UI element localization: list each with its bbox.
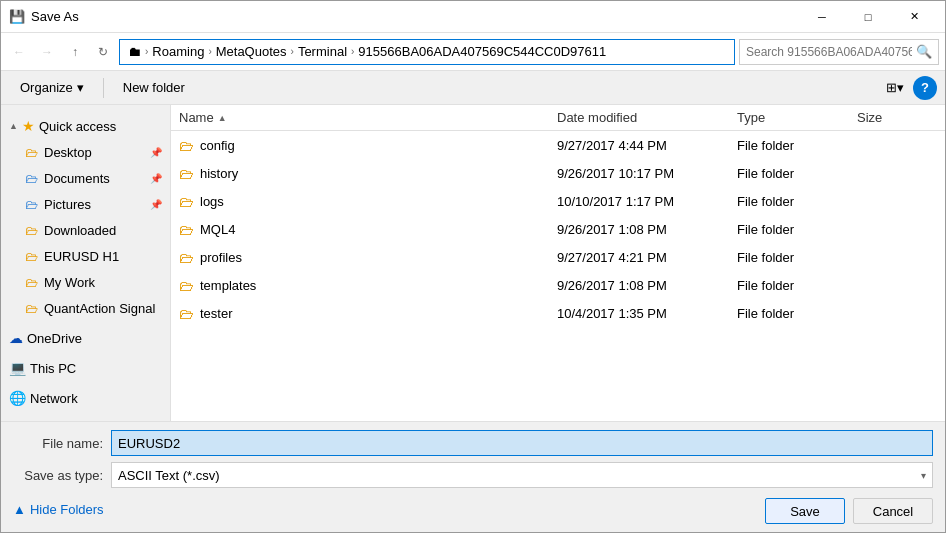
table-row[interactable]: 🗁 tester 10/4/2017 1:35 PM File folder <box>171 299 945 327</box>
address-bar: ← → ↑ ↻ 🖿 › Roaming › MetaQuotes › Termi… <box>1 33 945 71</box>
hide-folders-label: Hide Folders <box>30 502 104 517</box>
col-size-header[interactable]: Size <box>857 110 937 125</box>
table-row[interactable]: 🗁 templates 9/26/2017 1:08 PM File folde… <box>171 271 945 299</box>
sidebar-item-desktop[interactable]: 🗁 Desktop 📌 <box>17 139 170 165</box>
address-path[interactable]: 🖿 › Roaming › MetaQuotes › Terminal › 91… <box>119 39 735 65</box>
file-type: File folder <box>737 306 857 321</box>
saveastype-select[interactable]: ASCII Text (*.csv) ▾ <box>111 462 933 488</box>
hide-folders-button[interactable]: ▲ Hide Folders <box>13 500 104 519</box>
col-name-sort: ▲ <box>218 113 227 123</box>
cancel-button[interactable]: Cancel <box>853 498 933 524</box>
thispc-section: 💻 This PC <box>1 355 170 381</box>
file-date: 10/4/2017 1:35 PM <box>557 306 737 321</box>
quick-access-label: Quick access <box>39 119 116 134</box>
back-button[interactable]: ← <box>7 40 31 64</box>
sidebar-item-mywork[interactable]: 🗁 My Work <box>17 269 170 295</box>
search-icon: 🔍 <box>916 44 932 59</box>
path-guid: 915566BA06ADA407569C544CC0D97611 <box>358 44 606 59</box>
save-button[interactable]: Save <box>765 498 845 524</box>
table-row[interactable]: 🗁 profiles 9/27/2017 4:21 PM File folder <box>171 243 945 271</box>
col-date-label: Date modified <box>557 110 637 125</box>
file-type: File folder <box>737 278 857 293</box>
table-row[interactable]: 🗁 MQL4 9/26/2017 1:08 PM File folder <box>171 215 945 243</box>
file-type: File folder <box>737 222 857 237</box>
file-name: history <box>200 166 238 181</box>
col-type-label: Type <box>737 110 765 125</box>
file-name-cell: 🗁 history <box>179 165 557 182</box>
file-folder-icon: 🗁 <box>179 137 194 154</box>
network-label: Network <box>30 391 78 406</box>
up-button[interactable]: ↑ <box>63 40 87 64</box>
sidebar-item-quantaction[interactable]: 🗁 QuantAction Signal <box>17 295 170 321</box>
file-name: profiles <box>200 250 242 265</box>
documents-pin-icon: 📌 <box>150 173 162 184</box>
sidebar: ▲ ★ Quick access 🗁 Desktop 📌 🗁 Documents… <box>1 105 171 421</box>
file-date: 9/26/2017 1:08 PM <box>557 278 737 293</box>
col-date-header[interactable]: Date modified <box>557 110 737 125</box>
onedrive-header[interactable]: ☁ OneDrive <box>1 325 170 351</box>
table-row[interactable]: 🗁 history 9/26/2017 10:17 PM File folder <box>171 159 945 187</box>
sidebar-item-pictures[interactable]: 🗁 Pictures 📌 <box>17 191 170 217</box>
saveastype-arrow: ▾ <box>921 470 926 481</box>
downloaded-label: Downloaded <box>44 223 116 238</box>
onedrive-icon: ☁ <box>9 330 23 346</box>
table-row[interactable]: 🗁 config 9/27/2017 4:44 PM File folder <box>171 131 945 159</box>
toolbar-right: ⊞ ▾ ? <box>881 75 937 101</box>
path-sep-4: › <box>351 46 354 57</box>
forward-button[interactable]: → <box>35 40 59 64</box>
pictures-label: Pictures <box>44 197 91 212</box>
cancel-label: Cancel <box>873 504 913 519</box>
quick-access-section: ▲ ★ Quick access 🗁 Desktop 📌 🗁 Documents… <box>1 113 170 321</box>
toolbar-separator <box>103 78 104 98</box>
help-button[interactable]: ? <box>913 76 937 100</box>
col-name-label: Name <box>179 110 214 125</box>
network-icon: 🌐 <box>9 390 26 406</box>
toolbar: Organize ▾ New folder ⊞ ▾ ? <box>1 71 945 105</box>
search-input[interactable] <box>746 45 912 59</box>
file-type: File folder <box>737 138 857 153</box>
sidebar-item-documents[interactable]: 🗁 Documents 📌 <box>17 165 170 191</box>
file-name: config <box>200 138 235 153</box>
organize-button[interactable]: Organize ▾ <box>9 75 95 101</box>
window-icon: 💾 <box>9 9 25 25</box>
col-size-label: Size <box>857 110 882 125</box>
hide-folders-chevron: ▲ <box>13 502 26 517</box>
file-folder-icon: 🗁 <box>179 221 194 238</box>
file-name: templates <box>200 278 256 293</box>
filename-input[interactable] <box>111 430 933 456</box>
table-row[interactable]: 🗁 logs 10/10/2017 1:17 PM File folder <box>171 187 945 215</box>
new-folder-button[interactable]: New folder <box>112 75 196 101</box>
path-sep-2: › <box>208 46 211 57</box>
mywork-label: My Work <box>44 275 95 290</box>
thispc-header[interactable]: 💻 This PC <box>1 355 170 381</box>
thispc-icon: 💻 <box>9 360 26 376</box>
new-folder-label: New folder <box>123 80 185 95</box>
save-as-dialog: 💾 Save As ─ □ ✕ ← → ↑ ↻ 🖿 › Roaming › Me… <box>0 0 946 533</box>
network-section: 🌐 Network <box>1 385 170 411</box>
form-actions: Save Cancel <box>765 498 933 524</box>
col-type-header[interactable]: Type <box>737 110 857 125</box>
network-header[interactable]: 🌐 Network <box>1 385 170 411</box>
close-button[interactable]: ✕ <box>891 1 937 33</box>
path-sep-1: › <box>145 46 148 57</box>
sidebar-item-eurusd[interactable]: 🗁 EURUSD H1 <box>17 243 170 269</box>
file-folder-icon: 🗁 <box>179 249 194 266</box>
desktop-folder-icon: 🗁 <box>25 145 38 160</box>
file-name-cell: 🗁 templates <box>179 277 557 294</box>
main-content: ▲ ★ Quick access 🗁 Desktop 📌 🗁 Documents… <box>1 105 945 421</box>
minimize-button[interactable]: ─ <box>799 1 845 33</box>
refresh-button[interactable]: ↻ <box>91 40 115 64</box>
col-name-header[interactable]: Name ▲ <box>179 110 557 125</box>
organize-chevron: ▾ <box>77 80 84 95</box>
path-metaquotes: MetaQuotes <box>216 44 287 59</box>
desktop-pin-icon: 📌 <box>150 147 162 158</box>
maximize-button[interactable]: □ <box>845 1 891 33</box>
filename-row: File name: <box>13 430 933 456</box>
file-date: 9/27/2017 4:44 PM <box>557 138 737 153</box>
file-name: MQL4 <box>200 222 235 237</box>
sidebar-item-downloaded[interactable]: 🗁 Downloaded <box>17 217 170 243</box>
quick-access-header[interactable]: ▲ ★ Quick access <box>1 113 170 139</box>
file-type: File folder <box>737 166 857 181</box>
help-label: ? <box>921 80 929 95</box>
view-button[interactable]: ⊞ ▾ <box>881 75 909 101</box>
